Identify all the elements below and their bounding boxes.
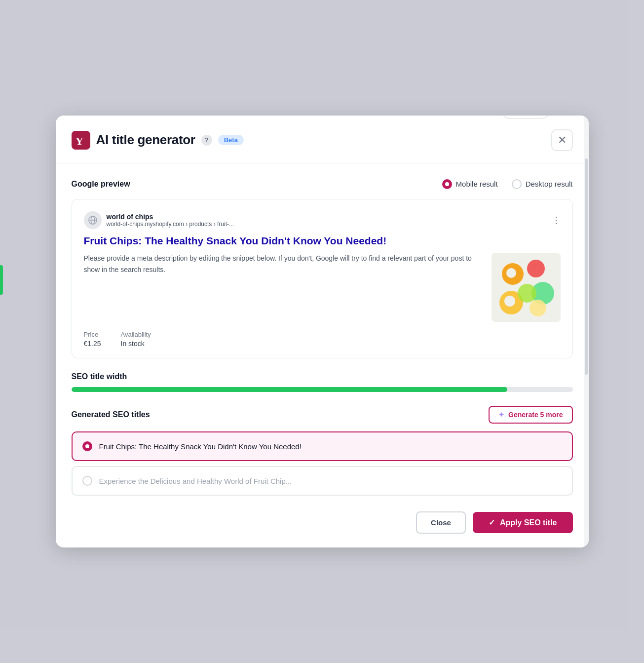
seo-width-progress-fill <box>72 387 508 392</box>
product-thumbnail <box>492 253 561 322</box>
title-2-radio <box>82 476 92 486</box>
help-icon[interactable]: ? <box>201 135 212 146</box>
scrollbar-track[interactable] <box>584 116 589 547</box>
modal-header: Y AI title generator ? Beta ✕ <box>56 116 589 163</box>
generated-titles-header: Generated SEO titles ✦ Generate 5 more <box>72 406 573 424</box>
title-option-1[interactable]: Fruit Chips: The Healthy Snack You Didn'… <box>72 431 573 461</box>
seo-width-progress-track <box>72 387 573 392</box>
credits-star-icon: ✦ <box>510 116 516 116</box>
generate-more-button[interactable]: ✦ Generate 5 more <box>489 406 573 424</box>
generated-titles-label: Generated SEO titles <box>72 410 150 419</box>
credits-label: 40 / 100 <box>519 116 542 116</box>
title-1-radio <box>82 441 92 451</box>
desktop-result-option[interactable]: Desktop result <box>512 179 573 189</box>
generate-more-label: Generate 5 more <box>508 411 563 419</box>
three-dots-icon[interactable]: ⋮ <box>552 215 561 226</box>
seo-width-label: SEO title width <box>72 372 573 381</box>
site-name: world of chips <box>107 213 234 221</box>
scrollbar-thumb[interactable] <box>585 158 588 375</box>
seo-width-section: SEO title width <box>72 372 573 392</box>
google-preview-title: Fruit Chips: The Healthy Snack You Didn'… <box>84 234 561 248</box>
credits-badge: ✦ 40 / 100 <box>502 116 549 118</box>
modal-title: AI title generator <box>96 132 195 148</box>
site-details: world of chips world-of-chips.myshopify.… <box>107 213 234 228</box>
apply-seo-title-button[interactable]: ✓ Apply SEO title <box>473 512 573 533</box>
svg-text:Y: Y <box>76 135 83 147</box>
price-item: Price €1.25 <box>84 331 101 348</box>
google-preview-content: Please provide a meta description by edi… <box>84 253 561 322</box>
modal-footer: Close ✓ Apply SEO title <box>56 502 589 547</box>
site-url: world-of-chips.myshopify.com › products … <box>107 221 234 228</box>
google-card-header: world of chips world-of-chips.myshopify.… <box>84 211 561 229</box>
ai-title-generator-modal: ✦ 40 / 100 Y AI title generator ? Beta ✕ <box>56 116 589 547</box>
view-toggle: Mobile result Desktop result <box>442 179 573 189</box>
google-pricing: Price €1.25 Availability In stock <box>84 331 561 348</box>
price-label: Price <box>84 331 101 338</box>
apply-label: Apply SEO title <box>500 518 557 527</box>
title-1-text: Fruit Chips: The Healthy Snack You Didn'… <box>99 442 302 451</box>
google-preview-header: Google preview Mobile result Desktop res… <box>72 179 573 189</box>
title-option-2[interactable]: Experience the Delicious and Healthy Wor… <box>72 466 573 496</box>
desktop-result-label: Desktop result <box>526 180 573 188</box>
close-button[interactable]: ✕ <box>551 129 573 151</box>
price-value: €1.25 <box>84 340 101 348</box>
google-preview-card: world of chips world-of-chips.myshopify.… <box>72 199 573 358</box>
close-icon: ✕ <box>558 134 567 147</box>
left-decorative-bar <box>0 265 3 295</box>
header-left: Y AI title generator ? Beta <box>72 131 244 150</box>
mobile-result-option[interactable]: Mobile result <box>442 179 498 189</box>
desktop-radio-circle <box>512 179 522 189</box>
availability-item: Availability In stock <box>121 331 151 348</box>
spark-icon: ✦ <box>498 411 504 419</box>
mobile-result-label: Mobile result <box>456 180 498 188</box>
yoast-logo-icon: Y <box>72 131 90 150</box>
beta-badge: Beta <box>218 135 244 145</box>
availability-value: In stock <box>121 340 145 348</box>
google-description: Please provide a meta description by edi… <box>84 253 484 275</box>
close-footer-button[interactable]: Close <box>416 511 466 534</box>
site-favicon <box>84 211 102 229</box>
site-info: world of chips world-of-chips.myshopify.… <box>84 211 234 229</box>
globe-icon <box>88 216 97 225</box>
mobile-radio-circle <box>442 179 452 189</box>
google-preview-label: Google preview <box>72 180 130 189</box>
check-icon: ✓ <box>489 518 495 527</box>
modal-body: Google preview Mobile result Desktop res… <box>56 163 589 496</box>
title-2-text: Experience the Delicious and Healthy Wor… <box>99 477 292 485</box>
modal-backdrop: ✦ 40 / 100 Y AI title generator ? Beta ✕ <box>0 0 644 663</box>
generated-titles-section: Generated SEO titles ✦ Generate 5 more F… <box>72 406 573 496</box>
availability-label: Availability <box>121 331 151 338</box>
